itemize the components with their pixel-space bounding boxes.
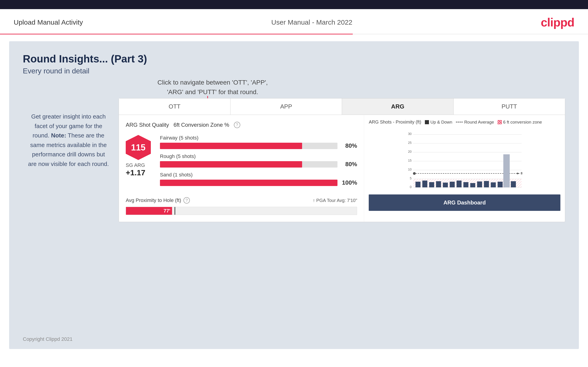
right-panel: ARG Shots - Proximity (ft) Up & Down Rou… xyxy=(364,115,565,222)
tab-ott[interactable]: OTT xyxy=(119,99,230,115)
svg-rect-37 xyxy=(511,181,516,187)
conversion-label: 6ft Conversion Zone % xyxy=(173,122,229,128)
help-icon[interactable]: ? xyxy=(234,122,240,128)
prox-bar-fill: 77' xyxy=(126,207,172,215)
bar-row-fairway: Fairway (5 shots) 80% xyxy=(160,135,357,149)
svg-text:5: 5 xyxy=(410,176,412,180)
bar-label-rough: Rough (5 shots) xyxy=(160,153,357,159)
svg-text:0: 0 xyxy=(410,185,412,189)
chart-title: ARG Shots - Proximity (ft) xyxy=(369,119,421,125)
chart-header: ARG Shots - Proximity (ft) Up & Down Rou… xyxy=(369,119,560,125)
logo-area: clippd xyxy=(541,16,574,29)
bar-container-sand: 100% xyxy=(160,179,357,186)
arg-dashboard-button[interactable]: ARG Dashboard xyxy=(369,194,560,211)
top-bar xyxy=(0,0,588,9)
bar-track-rough xyxy=(160,161,337,167)
bar-container-rough: 80% xyxy=(160,161,357,168)
user-manual-label: User Manual - March 2022 xyxy=(271,18,352,26)
chart-svg: 0 5 10 15 20 25 30 xyxy=(369,127,560,191)
svg-text:15: 15 xyxy=(408,159,412,162)
svg-text:8: 8 xyxy=(521,171,522,175)
bar-row-rough: Rough (5 shots) 80% xyxy=(160,153,357,168)
clippd-logo: clippd xyxy=(541,16,574,29)
bar-row-sand: Sand (1 shots) 100% xyxy=(160,172,357,186)
bar-fill-fairway xyxy=(160,143,302,149)
sg-label: SG ARG xyxy=(126,162,151,168)
bar-track-sand xyxy=(160,180,337,186)
tab-app[interactable]: APP xyxy=(230,99,342,115)
dashboard-panel: OTT APP ARG PUTT ARG Shot Quality 6ft Co… xyxy=(119,98,565,222)
prox-help-icon[interactable]: ? xyxy=(183,197,190,204)
navigation-annotation: Click to navigate between 'OTT', 'APP','… xyxy=(157,78,268,97)
svg-marker-20 xyxy=(517,173,520,174)
legend-updown-label: Up & Down xyxy=(430,120,452,125)
legend-6ft: 6 ft conversion zone xyxy=(498,120,542,125)
tab-arg[interactable]: ARG xyxy=(342,99,454,115)
bar-pct-rough: 80% xyxy=(341,161,357,168)
svg-text:30: 30 xyxy=(408,132,412,136)
legend-6ft-label: 6 ft conversion zone xyxy=(503,120,542,125)
svg-rect-25 xyxy=(422,181,427,187)
left-note: Get greater insight into each facet of y… xyxy=(27,112,110,169)
bar-fill-rough xyxy=(160,161,302,167)
bar-fill-sand xyxy=(160,180,337,186)
legend-updown: Up & Down xyxy=(425,120,452,125)
svg-text:20: 20 xyxy=(408,150,412,153)
hexagon-container: 115 SG ARG +1.17 Fairway (5 shots) xyxy=(126,135,357,190)
svg-rect-36 xyxy=(498,182,503,187)
svg-rect-24 xyxy=(415,182,421,187)
prox-value: 77' xyxy=(164,208,170,214)
svg-rect-26 xyxy=(429,182,434,187)
main-content: Round Insights... (Part 3) Every round i… xyxy=(9,41,579,349)
bar-pct-fairway: 80% xyxy=(341,142,357,149)
svg-rect-35 xyxy=(491,182,496,187)
bar-track-fairway xyxy=(160,143,337,149)
shot-quality-header: ARG Shot Quality 6ft Conversion Zone % ? xyxy=(126,122,357,128)
svg-text:25: 25 xyxy=(408,141,412,144)
section-subtitle: Every round in detail xyxy=(23,67,565,75)
chart-area: 0 5 10 15 20 25 30 xyxy=(369,127,560,191)
legend-round-avg: Round Average xyxy=(456,120,494,125)
sg-value: +1.17 xyxy=(126,168,151,177)
prox-cursor xyxy=(174,207,175,215)
shot-quality-hexagon: 115 xyxy=(126,135,151,160)
prox-bar-track: 77' xyxy=(126,207,357,215)
legend-round-avg-label: Round Average xyxy=(464,120,494,125)
tab-putt[interactable]: PUTT xyxy=(454,99,565,115)
proximity-section: Avg Proximity to Hole (ft) ? ↑ PGA Tour … xyxy=(126,197,357,215)
svg-point-22 xyxy=(413,172,416,175)
legend-dashed-icon xyxy=(456,122,463,122)
bar-label-fairway: Fairway (5 shots) xyxy=(160,135,357,141)
svg-rect-32 xyxy=(470,183,475,187)
legend-hatch-icon xyxy=(498,120,502,124)
bars-section: Fairway (5 shots) 80% Rough (5 shots) xyxy=(160,135,357,190)
svg-rect-23 xyxy=(503,154,510,187)
svg-rect-33 xyxy=(477,182,482,187)
sg-section: SG ARG +1.17 xyxy=(126,162,151,177)
svg-rect-30 xyxy=(457,181,462,187)
header-divider xyxy=(0,34,588,34)
prox-header: Avg Proximity to Hole (ft) ? ↑ PGA Tour … xyxy=(126,197,357,204)
upload-manual-label: Upload Manual Activity xyxy=(14,18,83,26)
prox-title: Avg Proximity to Hole (ft) ? xyxy=(126,197,190,204)
bar-label-sand: Sand (1 shots) xyxy=(160,172,357,178)
note-bold: Note: xyxy=(51,132,66,139)
footer: Copyright Clippd 2021 xyxy=(23,336,73,342)
svg-rect-28 xyxy=(443,183,448,187)
svg-rect-27 xyxy=(436,181,441,187)
svg-rect-31 xyxy=(463,182,468,187)
section-title: Round Insights... (Part 3) xyxy=(23,53,565,65)
panel-body: ARG Shot Quality 6ft Conversion Zone % ?… xyxy=(119,115,565,222)
bar-container-fairway: 80% xyxy=(160,142,357,149)
svg-rect-29 xyxy=(450,182,455,187)
svg-text:10: 10 xyxy=(408,167,412,171)
bar-pct-sand: 100% xyxy=(341,179,357,186)
header: Upload Manual Activity User Manual - Mar… xyxy=(0,9,588,34)
legend-square-icon xyxy=(425,120,429,124)
svg-rect-34 xyxy=(484,181,489,187)
shot-quality-label: ARG Shot Quality xyxy=(126,122,169,128)
tabs-row: OTT APP ARG PUTT xyxy=(119,99,565,115)
pga-label: ↑ PGA Tour Avg: 7'10" xyxy=(313,198,357,203)
left-panel: ARG Shot Quality 6ft Conversion Zone % ?… xyxy=(119,115,364,222)
prox-label: Avg Proximity to Hole (ft) xyxy=(126,197,181,203)
